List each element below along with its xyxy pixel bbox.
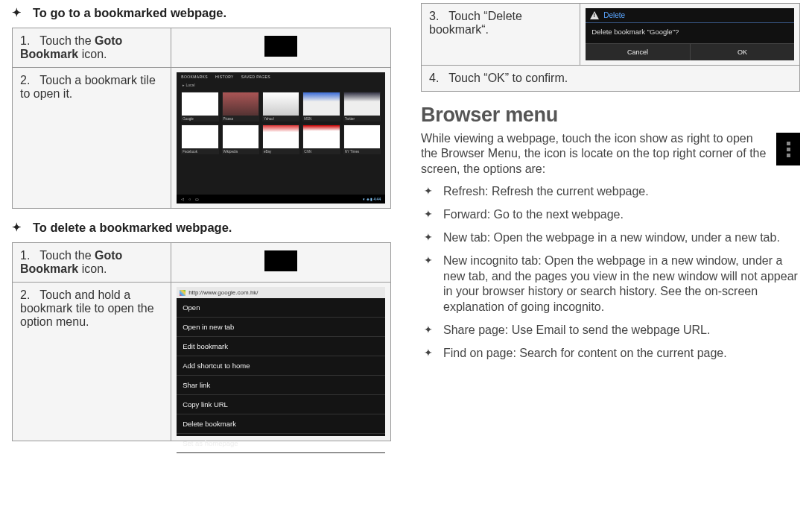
- step-cell: 4. Touch “OK” to confirm.: [422, 66, 800, 92]
- step-number: 3.: [429, 10, 445, 23]
- step-text-a: Touch the: [39, 34, 95, 47]
- right-column: 3. Touch “Delete bookmark“. Delete Delet…: [406, 0, 812, 530]
- step-number: 2.: [20, 74, 37, 87]
- table-delete-steps-cont: 3. Touch “Delete bookmark“. Delete Delet…: [421, 3, 800, 92]
- list-item: ✦Find on page: Search for content on the…: [424, 346, 800, 362]
- step-text-c: icon.: [78, 48, 107, 60]
- step-cell: 3. Touch “Delete bookmark“.: [422, 4, 580, 66]
- overflow-menu-icon: [776, 133, 800, 165]
- dialog-message: Delete bookmark "Google"?: [586, 23, 794, 43]
- step-number: 1.: [20, 34, 37, 48]
- list-item: ✦Share page: Use Email to send the webpa…: [424, 323, 800, 338]
- image-cell: [171, 28, 391, 68]
- table-row: 4. Touch “OK” to confirm.: [422, 66, 800, 92]
- ctx-item: Add shortcut to home: [177, 356, 385, 376]
- heading-text: To delete a bookmarked webpage.: [33, 221, 232, 235]
- image-cell: Delete Delete bookmark "Google"? Cancel …: [580, 4, 800, 66]
- context-menu-screenshot: http://www.google.com.hk/ Open Open in n…: [177, 287, 385, 436]
- section-heading-browser-menu: Browser menu: [421, 104, 800, 127]
- list-item: ✦New tab: Open the webpage in a new wind…: [424, 230, 800, 246]
- goto-bookmark-icon: [264, 36, 297, 57]
- ctx-item: Edit bookmark: [177, 337, 385, 356]
- warning-icon: [590, 11, 599, 19]
- table-row: 2. Touch and hold a bookmark tile to ope…: [13, 283, 391, 441]
- dialog-title: Delete: [603, 11, 625, 19]
- dialog-cancel-button: Cancel: [586, 43, 691, 60]
- browser-menu-intro: While viewing a webpage, touch the icon …: [421, 131, 800, 177]
- image-cell: http://www.google.com.hk/ Open Open in n…: [171, 283, 391, 441]
- delete-dialog-screenshot: Delete Delete bookmark "Google"? Cancel …: [586, 8, 794, 60]
- heading-delete-bookmark: ✦ To delete a bookmarked webpage.: [12, 221, 391, 235]
- bm-tab: HISTORY: [215, 75, 234, 79]
- ctx-item: Open in new tab: [177, 318, 385, 337]
- star-icon: ✦: [424, 346, 443, 359]
- image-cell: BOOKMARKS HISTORY SAVED PAGES ▸ Local Go…: [171, 68, 391, 209]
- heading-text: To go to a bookmarked webpage.: [33, 6, 226, 20]
- favicon-icon: [180, 290, 185, 296]
- table-row: 2. Touch a bookmark tile to open it. BOO…: [13, 68, 391, 209]
- star-icon: ✦: [424, 184, 443, 198]
- bm-tab: BOOKMARKS: [181, 75, 208, 79]
- image-cell: [171, 243, 391, 283]
- bookmarks-screenshot: BOOKMARKS HISTORY SAVED PAGES ▸ Local Go…: [177, 72, 385, 204]
- ctx-item: Open: [177, 298, 385, 318]
- step-number: 4.: [429, 72, 445, 85]
- star-icon: ✦: [12, 6, 33, 19]
- step-cell: 2. Touch and hold a bookmark tile to ope…: [13, 283, 171, 441]
- list-item: ✦Forward: Go to the next webpage.: [424, 207, 800, 223]
- table-delete-steps: 1. Touch the Goto Bookmark icon. 2. Touc…: [12, 242, 391, 441]
- star-icon: ✦: [424, 230, 443, 244]
- table-row: 1. Touch the Goto Bookmark icon.: [13, 243, 391, 283]
- step-text-a: Touch the: [39, 249, 95, 262]
- ctx-item: Delete bookmark: [177, 414, 385, 434]
- star-icon: ✦: [424, 323, 443, 336]
- table-row: 3. Touch “Delete bookmark“. Delete Delet…: [422, 4, 800, 66]
- ctx-item: Set as homepage: [177, 434, 385, 453]
- browser-menu-options-list: ✦Refresh: Refresh the current webpage. ✦…: [421, 184, 800, 361]
- list-item: ✦New incognito tab: Open the webpage in …: [424, 253, 800, 315]
- dialog-ok-button: OK: [691, 43, 795, 60]
- step-cell: 1. Touch the Goto Bookmark icon.: [13, 28, 171, 68]
- step-cell: 1. Touch the Goto Bookmark icon.: [13, 243, 171, 283]
- table-goto-steps: 1. Touch the Goto Bookmark icon. 2. Touc…: [12, 28, 391, 209]
- ctx-item: Copy link URL: [177, 395, 385, 414]
- step-text: Touch “OK” to confirm.: [448, 72, 568, 84]
- list-item: ✦Refresh: Refresh the current webpage.: [424, 184, 800, 200]
- step-cell: 2. Touch a bookmark tile to open it.: [13, 68, 171, 209]
- ctx-url: http://www.google.com.hk/: [188, 289, 258, 296]
- step-text: Touch and hold a bookmark tile to open t…: [20, 288, 154, 328]
- bm-grid: Google Picasa Yahoo! MSN Twitter Faceboo…: [177, 89, 385, 157]
- bm-tab: SAVED PAGES: [241, 75, 270, 79]
- star-icon: ✦: [12, 221, 33, 234]
- ctx-item: Shar link: [177, 376, 385, 395]
- goto-bookmark-icon: [264, 250, 297, 271]
- step-text-c: icon.: [78, 262, 107, 275]
- step-text: Touch a bookmark tile to open it.: [20, 74, 156, 100]
- bm-local: Local: [186, 83, 195, 87]
- intro-text: While viewing a webpage, touch the icon …: [421, 131, 767, 177]
- step-number: 2.: [20, 288, 37, 302]
- left-column: ✦ To go to a bookmarked webpage. 1. Touc…: [0, 0, 406, 530]
- star-icon: ✦: [424, 253, 443, 267]
- heading-goto-bookmark: ✦ To go to a bookmarked webpage.: [12, 6, 391, 20]
- page: ✦ To go to a bookmarked webpage. 1. Touc…: [0, 0, 812, 530]
- bm-time: 4:44: [373, 197, 381, 201]
- table-row: 1. Touch the Goto Bookmark icon.: [13, 28, 391, 68]
- star-icon: ✦: [424, 207, 443, 221]
- step-number: 1.: [20, 249, 37, 262]
